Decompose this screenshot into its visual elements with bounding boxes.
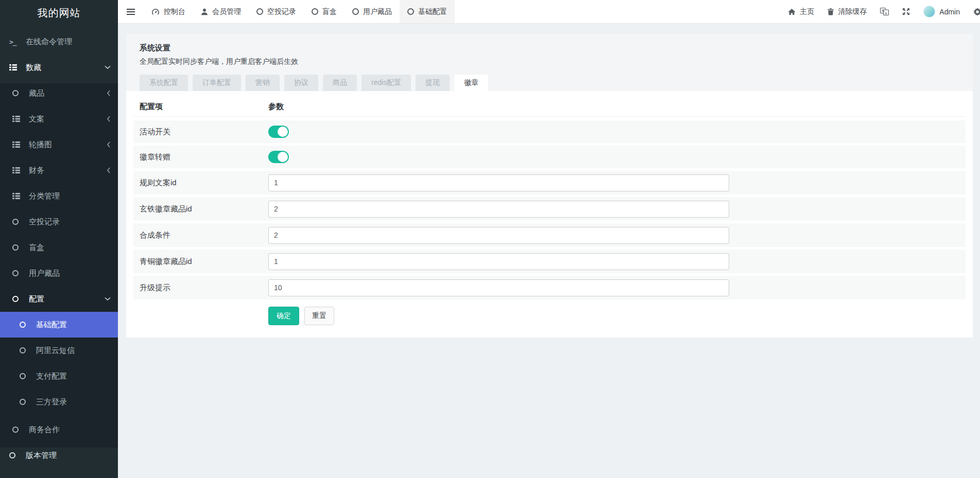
chevron-down-icon (105, 297, 111, 301)
nav-item-members[interactable]: 会员管理 (193, 0, 249, 23)
page-subtitle: 全局配置实时同步客户端，用户重启客户端后生效 (140, 57, 959, 66)
xuantie-badge-id-input[interactable] (268, 201, 729, 218)
nav-item-dashboard[interactable]: 控制台 (144, 0, 193, 23)
tab-redis-config[interactable]: redis配置 (362, 75, 411, 91)
nav-item-label: 主页 (800, 7, 814, 16)
sidebar-item-peizhi[interactable]: 配置 (0, 286, 118, 312)
form-row: 玄铁徽章藏品id (133, 197, 966, 221)
nav-item-home[interactable]: 主页 (781, 0, 821, 23)
list-icon (12, 115, 25, 122)
sidebar-item-sanfang-denglu[interactable]: 三方登录 (0, 389, 118, 415)
sidebar-item-label: 轮播图 (29, 140, 52, 150)
upgrade-tip-input[interactable] (268, 279, 729, 296)
nav-item-user-menu[interactable]: Admin (917, 0, 967, 23)
sidebar-item-cangpin[interactable]: 藏品 (0, 80, 118, 106)
sidebar-item-label: 空投记录 (29, 217, 60, 227)
badge-transfer-toggle[interactable] (268, 151, 289, 163)
nav-item-blindbox[interactable]: 盲盒 (304, 0, 345, 23)
sidebar: 我的网站 >_ 在线命令管理 数藏 (0, 0, 118, 478)
nav-item-user-collection[interactable]: 用户藏品 (345, 0, 400, 23)
row-label: 玄铁徽章藏品id (140, 204, 268, 214)
chevron-down-icon (105, 65, 111, 69)
sidebar-item-label: 支付配置 (36, 371, 67, 381)
trash-icon (828, 8, 834, 15)
nav-item-clear-cache[interactable]: 清除缓存 (821, 0, 873, 23)
sidebar-item-fenlei[interactable]: 分类管理 (0, 183, 118, 209)
bronze-badge-id-input[interactable] (268, 253, 729, 270)
row-label: 徽章转赠 (140, 152, 268, 162)
rule-doc-id-input[interactable] (268, 174, 729, 191)
page-title: 系统设置 (140, 43, 959, 53)
sidebar-item-lunbotu[interactable]: 轮播图 (0, 132, 118, 157)
nav-item-label: 基础配置 (418, 7, 447, 16)
form-row: 活动开关 (133, 120, 966, 143)
sidebar-item-manghe[interactable]: 盲盒 (0, 235, 118, 260)
sidebar-item-aliyun-sms[interactable]: 阿里云短信 (0, 338, 118, 363)
sidebar-item-label: 基础配置 (36, 320, 67, 330)
activity-switch-toggle[interactable] (268, 126, 289, 138)
nav-item-label: 控制台 (164, 7, 185, 16)
circle-icon (12, 427, 25, 433)
sidebar-item-label: 用户藏品 (29, 269, 60, 278)
circle-icon (352, 8, 359, 15)
navbar-right: 主页 清除缓存 Aa Admin (781, 0, 980, 23)
form-row: 徽章转赠 (133, 146, 966, 168)
config-tabs: 系统配置 订单配置 营销 协议 商品 redis配置 提现 徽章 (140, 75, 959, 91)
svg-text:A: A (882, 8, 885, 13)
tab-marketing[interactable]: 营销 (246, 75, 280, 91)
circle-icon (12, 90, 25, 96)
sidebar-item-shangwu-hezuo[interactable]: 商务合作 (0, 417, 118, 442)
reset-button[interactable]: 重置 (304, 307, 334, 325)
sidebar-item-zhifu-peizhi[interactable]: 支付配置 (0, 363, 118, 389)
nav-item-fullscreen[interactable] (896, 0, 917, 23)
sidebar-item-label: 文案 (29, 114, 44, 124)
list-icon (12, 192, 25, 200)
list-icon (12, 167, 25, 174)
sidebar-item-label: 数藏 (26, 63, 41, 73)
sidebar-item-label: 在线命令管理 (26, 37, 72, 47)
sidebar-item-label: 藏品 (29, 88, 44, 98)
sidebar-item-label: 配置 (29, 294, 44, 304)
tab-goods[interactable]: 商品 (323, 75, 357, 91)
row-label: 合成条件 (140, 231, 268, 240)
nav-item-basic-config[interactable]: 基础配置 (400, 0, 455, 23)
circle-icon (20, 347, 32, 353)
form-row: 青铜徽章藏品id (133, 250, 966, 273)
site-logo[interactable]: 我的网站 (0, 0, 118, 26)
nav-item-label: 盲盒 (322, 7, 337, 16)
sidebar-item-label: 阿里云短信 (36, 346, 75, 356)
terminal-icon: >_ (9, 38, 22, 46)
tab-agreement[interactable]: 协议 (284, 75, 318, 91)
sidebar-item-shucang[interactable]: 数藏 (0, 55, 118, 80)
circle-icon (9, 452, 22, 458)
form-row: 合成条件 (133, 223, 966, 247)
sidebar-item-kongtou[interactable]: 空投记录 (0, 209, 118, 235)
tab-system-config[interactable]: 系统配置 (140, 75, 188, 91)
circle-icon (256, 8, 263, 15)
nav-item-label: 会员管理 (212, 7, 241, 16)
nav-item-settings[interactable] (967, 0, 980, 23)
synthesis-condition-input[interactable] (268, 227, 729, 244)
form-row: 规则文案id (133, 171, 966, 194)
circle-icon (20, 399, 32, 405)
panel-body: 配置项 参数 活动开关 徽章转赠 规则文案id 玄铁徽章藏品id 合成条件 (126, 91, 973, 339)
nav-item-airdrop[interactable]: 空投记录 (249, 0, 304, 23)
nav-item-label: 清除缓存 (838, 7, 867, 16)
tab-order-config[interactable]: 订单配置 (193, 75, 241, 91)
confirm-button[interactable]: 确定 (268, 307, 299, 325)
sidebar-item-online-command[interactable]: >_ 在线命令管理 (0, 29, 118, 55)
admin-screen: 我的网站 >_ 在线命令管理 数藏 (0, 0, 980, 478)
sidebar-item-caiwu[interactable]: 财务 (0, 157, 118, 183)
circle-icon (12, 296, 25, 302)
tab-badge[interactable]: 徽章 (454, 75, 488, 91)
avatar (923, 6, 935, 17)
sidebar-item-jichu-peizhi[interactable]: 基础配置 (0, 312, 118, 338)
circle-icon (407, 8, 414, 15)
sidebar-toggle-button[interactable] (118, 0, 144, 23)
sidebar-item-wenan[interactable]: 文案 (0, 106, 118, 132)
sidebar-item-yonghu-cangpin[interactable]: 用户藏品 (0, 260, 118, 286)
nav-item-translate[interactable]: Aa (873, 0, 896, 23)
chevron-left-icon (107, 167, 111, 173)
tab-withdraw[interactable]: 提现 (416, 75, 450, 91)
sidebar-item-banben-guanli[interactable]: 版本管理 (0, 442, 118, 468)
